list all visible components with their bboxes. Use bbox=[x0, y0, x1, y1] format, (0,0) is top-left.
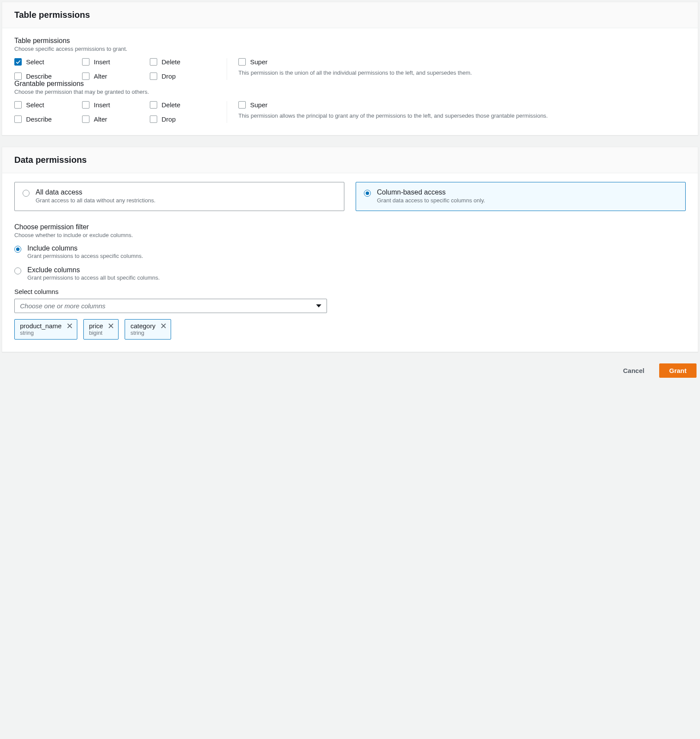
super-grant-block: Super This permission allows the princip… bbox=[227, 101, 686, 123]
checkbox-grant-drop[interactable]: Drop bbox=[150, 115, 215, 123]
token-name: product_name bbox=[20, 322, 62, 330]
checkbox-grant-describe[interactable]: Describe bbox=[14, 115, 79, 123]
checkbox-label: Delete bbox=[162, 58, 180, 66]
checkbox-drop[interactable]: Drop bbox=[150, 73, 215, 80]
checkbox-label: Drop bbox=[162, 73, 176, 80]
checkbox-label: Insert bbox=[94, 58, 110, 66]
radio-icon bbox=[14, 246, 21, 253]
checkbox-label: Insert bbox=[94, 101, 110, 109]
token-category: category string bbox=[125, 319, 171, 340]
token-product-name: product_name string bbox=[14, 319, 77, 340]
radio-icon bbox=[23, 190, 30, 197]
select-columns-label: Select columns bbox=[14, 288, 686, 295]
caret-down-icon bbox=[316, 304, 321, 307]
checkbox-label: Delete bbox=[162, 101, 180, 109]
token-price: price bigint bbox=[83, 319, 119, 340]
checkbox-label: Super bbox=[250, 58, 267, 66]
token-type: string bbox=[130, 330, 155, 336]
cancel-button[interactable]: Cancel bbox=[614, 363, 654, 378]
super-desc: This permission is the union of all the … bbox=[238, 69, 686, 77]
grant-button[interactable]: Grant bbox=[659, 363, 697, 378]
data-permissions-panel: Data permissions All data access Grant a… bbox=[2, 147, 698, 352]
tile-title: Column-based access bbox=[377, 188, 485, 196]
radio-title: Include columns bbox=[27, 244, 143, 252]
radio-exclude-columns[interactable]: Exclude columns Grant permissions to acc… bbox=[14, 266, 686, 281]
filter-desc: Choose whether to include or exclude col… bbox=[14, 232, 686, 238]
checkbox-icon bbox=[14, 101, 22, 109]
close-icon[interactable] bbox=[67, 323, 73, 330]
checkbox-icon bbox=[150, 115, 157, 123]
radio-desc: Grant permissions to access specific col… bbox=[27, 253, 143, 259]
footer-actions: Cancel Grant bbox=[2, 363, 698, 381]
token-name: price bbox=[89, 322, 103, 330]
checkbox-insert[interactable]: Insert bbox=[82, 58, 147, 66]
checkbox-label: Select bbox=[26, 101, 44, 109]
checkbox-icon bbox=[82, 115, 89, 123]
checkbox-icon bbox=[82, 101, 89, 109]
token-type: string bbox=[20, 330, 62, 336]
selected-column-tokens: product_name string price bigint categor… bbox=[14, 319, 686, 340]
checkbox-icon bbox=[14, 58, 22, 66]
radio-include-columns[interactable]: Include columns Grant permissions to acc… bbox=[14, 244, 686, 259]
super-permission-block: Super This permission is the union of al… bbox=[227, 58, 686, 80]
table-permissions-panel: Table permissions Table permissions Choo… bbox=[2, 2, 698, 135]
section-title: Grantable permissions bbox=[14, 80, 686, 88]
checkbox-icon bbox=[238, 58, 246, 66]
radio-desc: Grant permissions to access all but spec… bbox=[27, 274, 160, 281]
super-desc: This permission allows the principal to … bbox=[238, 112, 686, 120]
section-desc: Choose the permission that may be grante… bbox=[14, 89, 686, 95]
checkbox-select[interactable]: Select bbox=[14, 58, 79, 66]
checkbox-icon bbox=[14, 73, 22, 80]
close-icon[interactable] bbox=[108, 323, 114, 330]
radio-icon bbox=[364, 190, 371, 197]
checkbox-alter[interactable]: Alter bbox=[82, 73, 147, 80]
checkbox-label: Super bbox=[250, 101, 267, 109]
checkbox-describe[interactable]: Describe bbox=[14, 73, 79, 80]
checkbox-icon bbox=[150, 73, 157, 80]
access-type-tiles: All data access Grant access to all data… bbox=[14, 182, 686, 211]
checkbox-label: Describe bbox=[26, 115, 52, 123]
checkbox-grant-select[interactable]: Select bbox=[14, 101, 79, 109]
dropdown-placeholder: Choose one or more columns bbox=[20, 302, 106, 310]
checkbox-icon bbox=[238, 101, 246, 109]
grantable-permissions-grid: Select Insert Delete Describe bbox=[14, 101, 227, 123]
tile-column-based-access[interactable]: Column-based access Grant data access to… bbox=[356, 182, 686, 211]
checkbox-grant-delete[interactable]: Delete bbox=[150, 101, 215, 109]
checkbox-icon bbox=[14, 115, 22, 123]
tile-desc: Grant data access to specific columns on… bbox=[377, 197, 485, 204]
checkbox-label: Alter bbox=[94, 115, 107, 123]
radio-icon bbox=[14, 267, 21, 274]
filter-title: Choose permission filter bbox=[14, 223, 686, 231]
tile-desc: Grant access to all data without any res… bbox=[36, 197, 155, 204]
table-permissions-section: Table permissions Choose specific access… bbox=[14, 37, 686, 80]
checkbox-delete[interactable]: Delete bbox=[150, 58, 215, 66]
table-permissions-header: Table permissions bbox=[2, 2, 698, 28]
table-permissions-grid: Select Insert Delete Describe bbox=[14, 58, 227, 80]
section-title: Table permissions bbox=[14, 37, 686, 45]
close-icon[interactable] bbox=[161, 323, 166, 330]
table-permissions-title: Table permissions bbox=[14, 10, 686, 20]
grantable-permissions-section: Grantable permissions Choose the permiss… bbox=[14, 80, 686, 123]
data-permissions-header: Data permissions bbox=[2, 147, 698, 173]
token-type: bigint bbox=[89, 330, 103, 336]
checkbox-label: Select bbox=[26, 58, 44, 66]
select-columns-dropdown[interactable]: Choose one or more columns bbox=[14, 299, 327, 313]
checkbox-grant-alter[interactable]: Alter bbox=[82, 115, 147, 123]
tile-all-data-access[interactable]: All data access Grant access to all data… bbox=[14, 182, 344, 211]
checkbox-label: Drop bbox=[162, 115, 176, 123]
token-name: category bbox=[130, 322, 155, 330]
checkbox-icon bbox=[150, 58, 157, 66]
checkbox-icon bbox=[82, 58, 89, 66]
tile-title: All data access bbox=[36, 188, 155, 196]
permission-filter-radios: Include columns Grant permissions to acc… bbox=[14, 244, 686, 281]
checkbox-label: Describe bbox=[26, 73, 52, 80]
checkbox-icon bbox=[82, 73, 89, 80]
section-desc: Choose specific access permissions to gr… bbox=[14, 46, 686, 52]
checkbox-super[interactable]: Super bbox=[238, 58, 686, 66]
data-permissions-title: Data permissions bbox=[14, 155, 686, 165]
checkbox-icon bbox=[150, 101, 157, 109]
checkbox-label: Alter bbox=[94, 73, 107, 80]
checkbox-grant-super[interactable]: Super bbox=[238, 101, 686, 109]
checkbox-grant-insert[interactable]: Insert bbox=[82, 101, 147, 109]
radio-title: Exclude columns bbox=[27, 266, 160, 274]
